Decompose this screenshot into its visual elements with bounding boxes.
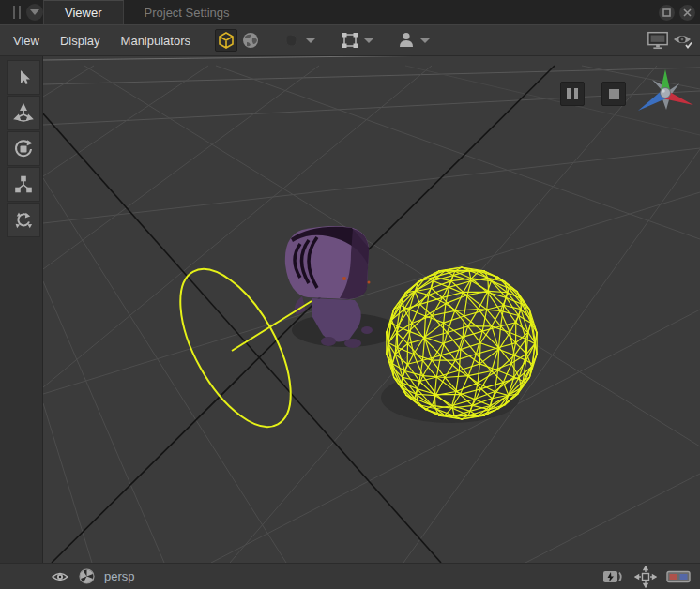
menu-display[interactable]: Display — [50, 34, 111, 48]
character-button[interactable] — [395, 29, 418, 52]
cube-icon — [216, 30, 236, 51]
move-icon — [13, 103, 34, 124]
camera-name-label[interactable]: persp — [104, 569, 135, 583]
restore-button[interactable] — [659, 5, 675, 21]
select-tool-button[interactable] — [7, 60, 40, 95]
tab-viewer[interactable]: Viewer — [43, 0, 124, 24]
display-monitor-button[interactable] — [647, 29, 669, 52]
stop-button[interactable] — [601, 82, 626, 106]
tab-project-settings-label: Project Settings — [145, 6, 230, 20]
visibility-eye-icon[interactable] — [51, 569, 69, 584]
globe-icon — [240, 30, 261, 51]
restore-icon — [662, 8, 671, 17]
cube-display-toggle-button[interactable] — [215, 29, 237, 52]
selection-box-icon — [340, 30, 360, 51]
viewport-background — [43, 56, 700, 563]
pause-button[interactable] — [560, 82, 585, 106]
camera-speed-icon[interactable] — [602, 568, 625, 585]
tab-list-dropdown-button[interactable] — [26, 4, 43, 21]
selection-mode-button[interactable] — [339, 29, 361, 52]
chevron-down-icon — [30, 9, 39, 15]
monitor-icon — [647, 29, 669, 52]
chevron-down-icon[interactable] — [364, 38, 373, 43]
camera-aperture-icon[interactable] — [79, 568, 95, 584]
scale-icon — [13, 174, 34, 195]
stereo-glasses-icon[interactable] — [666, 568, 691, 585]
rotate-icon — [13, 139, 34, 159]
transform-all-icon — [13, 210, 34, 231]
rotate-tool-button[interactable] — [7, 131, 40, 166]
gizmo-center-highlight — [662, 89, 665, 93]
status-bar: persp — [0, 563, 700, 589]
tab-project-settings[interactable]: Project Settings — [124, 0, 251, 24]
visibility-toggle-button[interactable] — [672, 29, 694, 52]
scale-tool-button[interactable] — [7, 167, 40, 202]
viewer-window: Viewer Project Settings View Display Man… — [0, 0, 700, 589]
chevron-down-icon[interactable] — [306, 38, 315, 43]
viewport-canvas[interactable] — [43, 56, 700, 563]
close-button[interactable] — [679, 5, 695, 21]
pan-arrows-icon[interactable] — [634, 566, 657, 588]
tab-bar: Viewer Project Settings — [0, 0, 700, 24]
close-icon — [683, 8, 692, 17]
cursor-icon — [13, 68, 34, 88]
manipulator-toolbar — [0, 56, 43, 563]
pause-icon — [567, 88, 578, 99]
chevron-down-icon[interactable] — [420, 38, 430, 43]
gizmo-center — [661, 88, 671, 98]
menu-manipulators[interactable]: Manipulators — [111, 34, 201, 48]
capture-icon — [282, 30, 302, 51]
transform-all-tool-button[interactable] — [7, 203, 40, 237]
move-tool-button[interactable] — [7, 96, 40, 130]
drag-handle-icon[interactable] — [13, 6, 21, 19]
viewport-3d[interactable] — [43, 56, 700, 563]
globe-display-button[interactable] — [239, 29, 262, 52]
capture-button-disabled[interactable] — [281, 29, 303, 52]
menu-bar: View Display Manipulators — [0, 24, 700, 56]
person-icon — [396, 30, 417, 51]
tab-viewer-label: Viewer — [65, 6, 102, 20]
stop-icon — [609, 89, 619, 99]
eye-check-icon — [672, 30, 694, 51]
menu-view[interactable]: View — [0, 34, 50, 48]
